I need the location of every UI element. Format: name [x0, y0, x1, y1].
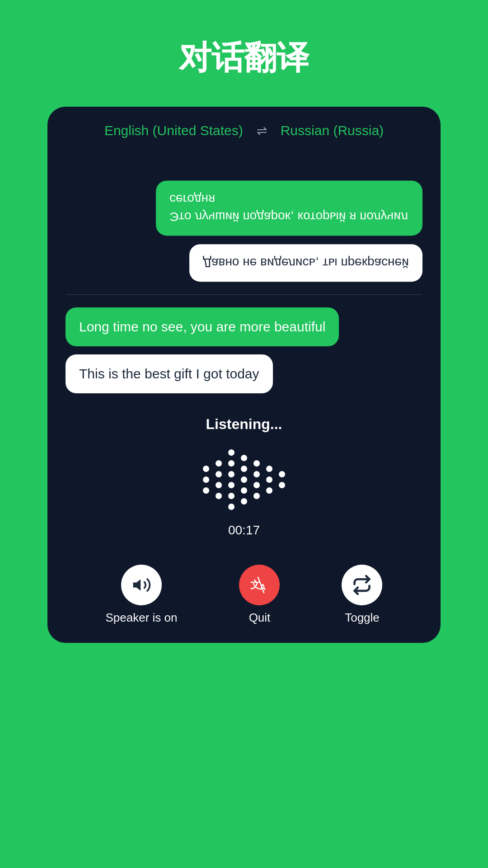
normal-messages: Long time no see, you are more beautiful…: [66, 307, 422, 393]
wave-dot: [203, 487, 209, 494]
wave-dot: [241, 476, 247, 483]
quit-label: Quit: [249, 611, 271, 625]
wave-dot: [216, 471, 222, 477]
wave-dot: [241, 487, 247, 494]
wave-dot: [266, 476, 272, 483]
flipped-message-green: Это лучший подарок, который я получил се…: [156, 180, 422, 236]
wave-dot: [228, 460, 235, 467]
app-title: 对话翻译: [179, 36, 309, 80]
wave-col-3: [228, 449, 235, 510]
wave-dot: [266, 487, 272, 494]
wave-dot: [216, 493, 222, 499]
wave-dot: [203, 476, 209, 483]
wave-dot: [228, 493, 235, 499]
listening-label: Listening...: [206, 416, 282, 433]
language-header: English (United States) ⇌ Russian (Russi…: [47, 107, 441, 149]
wave-col-7: [279, 471, 285, 488]
timer: 00:17: [228, 523, 260, 538]
speaker-label: Speaker is on: [106, 611, 178, 625]
wave-col-4: [241, 455, 247, 505]
wave-col-2: [216, 460, 222, 499]
bottom-controls: Speaker is on 文 A Quit Toggle: [47, 556, 441, 643]
wave-dot: [279, 482, 285, 488]
wave-dot: [228, 504, 235, 510]
wave-dot: [253, 493, 260, 499]
messages-area: Это лучший подарок, который я получил се…: [47, 149, 441, 402]
lang-right[interactable]: Russian (Russia): [281, 123, 384, 138]
wave-dot: [253, 460, 260, 467]
waveform: [203, 443, 285, 516]
toggle-icon: [352, 575, 372, 595]
wave-dot: [266, 466, 272, 472]
listening-area: Listening...: [47, 402, 441, 556]
wave-dot: [216, 482, 222, 488]
main-card: English (United States) ⇌ Russian (Russi…: [47, 107, 441, 643]
quit-control[interactable]: 文 A Quit: [239, 565, 280, 625]
messages-divider: [66, 294, 422, 295]
toggle-button[interactable]: [342, 565, 382, 605]
speaker-icon: [131, 575, 151, 595]
wave-dot: [241, 455, 247, 461]
wave-dot: [228, 482, 235, 488]
wave-dot: [228, 449, 235, 456]
translate-icon: 文 A: [248, 574, 271, 596]
toggle-control[interactable]: Toggle: [342, 565, 382, 625]
toggle-label: Toggle: [345, 611, 380, 625]
wave-col-5: [253, 460, 260, 499]
lang-left[interactable]: English (United States): [104, 123, 243, 138]
wave-dot: [279, 471, 285, 477]
wave-col-1: [203, 466, 209, 494]
speaker-button[interactable]: [121, 565, 162, 605]
wave-dot: [241, 466, 247, 472]
svg-marker-0: [133, 579, 141, 591]
wave-dot: [203, 466, 209, 472]
swap-icon[interactable]: ⇌: [257, 123, 267, 138]
wave-dot: [216, 460, 222, 467]
wave-dot: [241, 498, 247, 505]
wave-dot: [253, 471, 260, 477]
message-green: Long time no see, you are more beautiful: [66, 307, 339, 346]
flipped-message-white: Давно не виделись, ты прекрасней: [189, 244, 422, 282]
flipped-messages: Это лучший подарок, который я получил се…: [66, 180, 422, 282]
speaker-control[interactable]: Speaker is on: [106, 565, 178, 625]
quit-button[interactable]: 文 A: [239, 565, 280, 605]
wave-dot: [228, 471, 235, 477]
message-white: This is the best gift I got today: [66, 354, 273, 393]
wave-dot: [253, 482, 260, 488]
wave-col-6: [266, 466, 272, 494]
